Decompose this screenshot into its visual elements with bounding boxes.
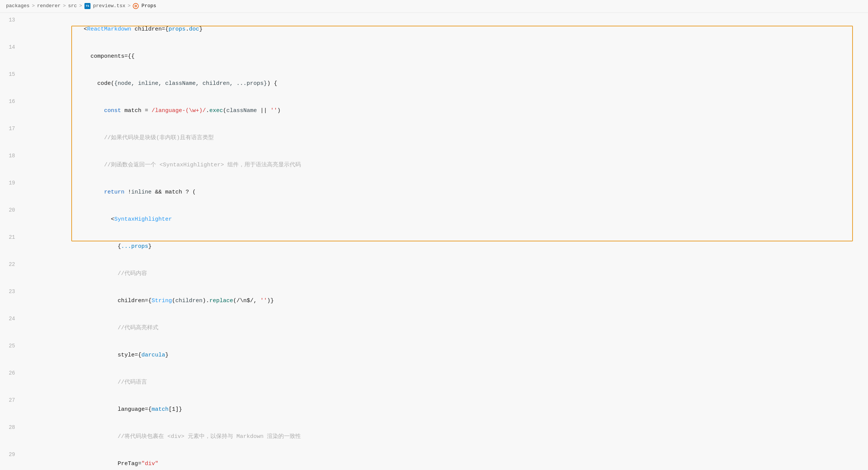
line-num-17: 17 <box>0 124 23 133</box>
code-line-17: 17 //如果代码块是块级(非内联)且有语言类型 <box>0 124 868 152</box>
code-line-29: 29 PreTag="div" <box>0 450 868 470</box>
line-content-19: return !inline && match ? ( <box>23 179 868 206</box>
code-line-19: 19 return !inline && match ? ( <box>0 179 868 206</box>
line-num-18: 18 <box>0 152 23 160</box>
line-num-20: 20 <box>0 206 23 214</box>
line-content-27: language={match[1]} <box>23 396 868 423</box>
editor-container: packages > renderer > src > TS preview.t… <box>0 0 868 470</box>
svg-point-2 <box>135 6 136 7</box>
breadcrumb-renderer[interactable]: renderer <box>37 2 60 10</box>
line-content-26: //代码语言 <box>23 369 868 396</box>
code-line-13: 13 <ReactMarkdown children={props.doc} <box>0 16 868 43</box>
line-num-28: 28 <box>0 423 23 432</box>
line-content-17: //如果代码块是块级(非内联)且有语言类型 <box>23 124 868 152</box>
breadcrumb-packages[interactable]: packages <box>6 2 29 10</box>
code-line-21: 21 {...props} <box>0 233 868 260</box>
line-content-15: code({node, inline, className, children,… <box>23 70 868 97</box>
breadcrumb-props: Props <box>141 2 156 10</box>
code-line-15: 15 code({node, inline, className, childr… <box>0 70 868 97</box>
code-line-20: 20 <SyntaxHighlighter <box>0 206 868 233</box>
breadcrumb-file[interactable]: preview.tsx <box>93 2 126 10</box>
line-num-26: 26 <box>0 369 23 377</box>
line-content-16: const match = /language-(\w+)/.exec(clas… <box>23 97 868 124</box>
breadcrumb-sep-1: > <box>32 2 35 10</box>
breadcrumb-sep-3: > <box>79 2 82 10</box>
code-line-22: 22 //代码内容 <box>0 260 868 287</box>
line-num-25: 25 <box>0 342 23 350</box>
line-content-29: PreTag="div" <box>23 450 868 470</box>
line-content-28: //将代码块包裹在 <div> 元素中，以保持与 Markdown 渲染的一致性 <box>23 423 868 450</box>
line-content-21: {...props} <box>23 233 868 260</box>
line-num-19: 19 <box>0 179 23 187</box>
code-line-14: 14 components={{ <box>0 43 868 70</box>
line-num-16: 16 <box>0 97 23 106</box>
line-content-14: components={{ <box>23 43 868 70</box>
line-num-22: 22 <box>0 260 23 269</box>
breadcrumb-src[interactable]: src <box>68 2 77 10</box>
code-line-18: 18 //则函数会返回一个 <SyntaxHighlighter> 组件，用于语… <box>0 152 868 179</box>
code-line-24: 24 //代码高亮样式 <box>0 315 868 342</box>
breadcrumb-sep-4: > <box>128 2 131 10</box>
breadcrumb-sep-2: > <box>63 2 66 10</box>
line-content-13: <ReactMarkdown children={props.doc} <box>23 16 868 43</box>
line-content-18: //则函数会返回一个 <SyntaxHighlighter> 组件，用于语法高亮… <box>23 152 868 179</box>
line-num-27: 27 <box>0 396 23 404</box>
code-editor: 13 <ReactMarkdown children={props.doc} 1… <box>0 13 868 470</box>
code-line-26: 26 //代码语言 <box>0 369 868 396</box>
code-line-16: 16 const match = /language-(\w+)/.exec(c… <box>0 97 868 124</box>
line-num-13: 13 <box>0 16 23 24</box>
line-num-24: 24 <box>0 315 23 323</box>
line-content-25: style={darcula} <box>23 342 868 369</box>
line-num-23: 23 <box>0 287 23 296</box>
line-content-20: <SyntaxHighlighter <box>23 206 868 233</box>
code-line-28: 28 //将代码块包裹在 <div> 元素中，以保持与 Markdown 渲染的… <box>0 423 868 450</box>
line-num-21: 21 <box>0 233 23 241</box>
line-content-23: children={String(children).replace(/\n$/… <box>23 287 868 315</box>
props-icon <box>133 3 139 9</box>
code-line-25: 25 style={darcula} <box>0 342 868 369</box>
code-line-27: 27 language={match[1]} <box>0 396 868 423</box>
line-num-14: 14 <box>0 43 23 51</box>
line-num-29: 29 <box>0 450 23 459</box>
line-content-24: //代码高亮样式 <box>23 315 868 342</box>
breadcrumb: packages > renderer > src > TS preview.t… <box>0 0 868 13</box>
line-num-15: 15 <box>0 70 23 78</box>
line-content-22: //代码内容 <box>23 260 868 287</box>
code-line-23: 23 children={String(children).replace(/\… <box>0 287 868 315</box>
tsx-file-icon: TS <box>84 3 90 9</box>
